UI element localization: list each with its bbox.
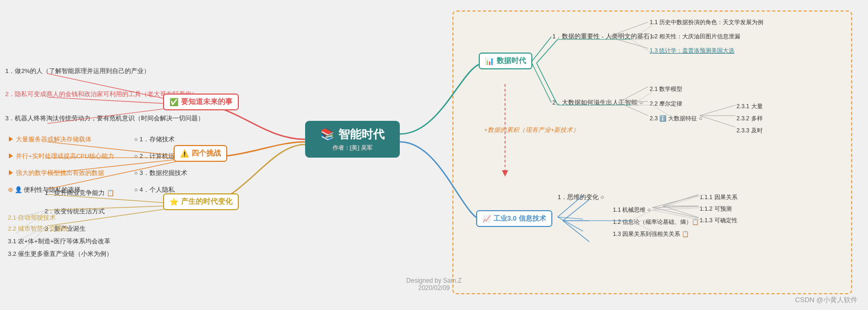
item-13: 1.3 统计学：盖普洛预测美国大选	[650, 47, 734, 55]
node-want-to-know: ✅ 要知道未来的事	[163, 94, 239, 110]
node-label: 数据时代	[497, 56, 526, 66]
item-22m: 2.2 摩尔定律	[650, 100, 682, 108]
node-four-challenges: ⚠️ 四个挑战	[174, 145, 227, 162]
item-31: 3.1 农+体+制造+医疗等体系均会改革	[8, 237, 110, 245]
center-node: 📚 智能时代 作者：[美] 吴军	[305, 121, 400, 158]
item-232: 2.3.2 多样	[736, 115, 763, 122]
node-data-era: 📊 数据时代	[479, 53, 532, 69]
item-11: 1.1 历史中数据扮演的角色：天文学发展为例	[650, 18, 763, 26]
node-info-tech: 📈 工业3.0 信息技术	[476, 210, 552, 227]
node-label: 要知道未来的事	[181, 97, 233, 107]
item-robot: 3．机器人终将淘汰传统劳动力，要有危机意识（时间会解决一切问题）	[5, 115, 204, 122]
node-label: 四个挑战	[191, 149, 221, 158]
designed-by: Designed by Sam.Z2020/02/09	[406, 277, 461, 292]
data-icon: 📊	[485, 57, 494, 65]
watermark-text: CSDN @小黄人软件	[795, 296, 857, 304]
watermark: CSDN @小黄人软件	[795, 295, 857, 305]
item-21m: 2.1 数学模型	[650, 85, 682, 93]
item-data-acc: +数据的累积（现有产业+新技术）	[484, 126, 579, 134]
center-subtitle: 作者：[美] 吴军	[332, 144, 372, 152]
item-data1: 1．数据的重要性 - 人类明文的基石 ○	[552, 33, 655, 40]
item-231: 2.3.1 大量	[736, 102, 763, 110]
item-12t: 1.2 信息论（概率论基础、熵）📋	[613, 218, 699, 226]
item-21: 2.1 自动驾驶技术	[8, 214, 56, 222]
item-data2: 2．大数据如何滋生出人工智能 ○	[552, 99, 643, 107]
item-think: 1．思维的变化 ○	[558, 193, 604, 201]
item-112: 1.1.2 可预测	[700, 205, 732, 213]
item-233: 2.3.3 及时	[736, 127, 763, 135]
node-era-change: ⭐ 产生的时代变化	[163, 193, 239, 210]
node-label: 工业3.0 信息技术	[493, 214, 546, 223]
credit-text: Designed by Sam.Z2020/02/09	[406, 277, 461, 292]
item-era1: 1．提升商业竞争能力 📋	[45, 189, 114, 197]
item-23m: 2.3 ℹ️ 大数据特征 ○	[650, 115, 702, 122]
item-11t: 1.1 机械思维 ○	[613, 206, 651, 214]
item-12: 1.2 相关性：大庆油田图片信息泄漏	[650, 33, 740, 40]
warning-icon: ⚠️	[180, 149, 189, 158]
item-ch4: ○ 4．个人隐私	[134, 186, 175, 194]
chart-icon: 📈	[482, 215, 491, 223]
item-ch1: ○ 1．存储技术	[134, 136, 175, 143]
item-22: 2.2 城市智慧公交系统	[8, 225, 68, 233]
item-parallel: ▶ 并行+实时处理或提高CPU核心能力	[8, 152, 114, 160]
item-model: ▶ 强大的数学模型挑出有效的数据	[8, 169, 104, 177]
item-2pct: 1．做2%的人（了解智能原理并运用到自己的产业）	[5, 67, 150, 75]
item-storage-srv: ▶ 大量服务器或解决存储载体	[8, 136, 92, 143]
center-icon: 📚 智能时代	[320, 127, 384, 142]
item-32: 3.2 催生更多垂直产业链（小米为例）	[8, 250, 113, 258]
check-icon: ✅	[169, 98, 178, 106]
center-title: 智能时代	[338, 128, 385, 141]
star-icon: ⭐	[169, 198, 178, 206]
item-113: 1.1.3 可确定性	[700, 216, 738, 224]
item-13t: 1.3 因果关系到强相关关系 📋	[613, 230, 689, 238]
node-label: 产生的时代变化	[181, 197, 233, 206]
item-111: 1.1.1 因果关系	[700, 193, 738, 201]
item-ch3: ○ 3．数据挖掘技术	[134, 169, 187, 177]
